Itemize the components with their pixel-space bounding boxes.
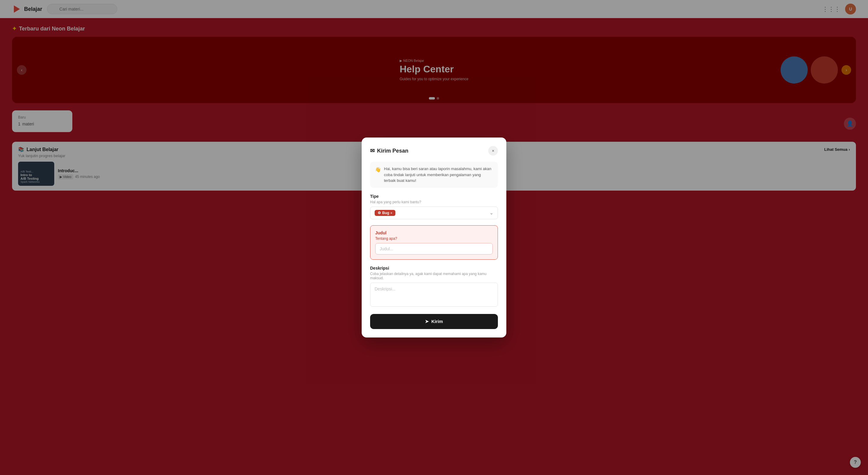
judul-field-group: Judul Tentang apa?	[370, 225, 498, 260]
dropdown-chevron-icon: ⌄	[490, 210, 493, 216]
modal-info-box: 👋 Hai, kamu bisa beri saran atau laporin…	[370, 162, 498, 188]
modal-header: ✉ Kirim Pesan ×	[370, 146, 498, 156]
info-wave-icon: 👋	[375, 166, 381, 173]
tipe-field-group: Tipe Hal apa yang perlu kami bantu? ⚙ Bu…	[370, 194, 498, 219]
bug-tag: ⚙ Bug ×	[375, 210, 396, 216]
deskripsi-textarea[interactable]	[370, 283, 498, 307]
tipe-sub: Hal apa yang perlu kami bantu?	[370, 200, 498, 204]
judul-label: Judul	[375, 230, 493, 235]
submit-button[interactable]: ➤ Kirim	[370, 314, 498, 329]
submit-icon: ➤	[425, 319, 429, 324]
modal: ✉ Kirim Pesan × 👋 Hai, kamu bisa beri sa…	[362, 138, 506, 337]
overlay[interactable]: ✉ Kirim Pesan × 👋 Hai, kamu bisa beri sa…	[0, 0, 868, 475]
deskripsi-label: Deskripsi	[370, 266, 498, 270]
modal-close-button[interactable]: ×	[488, 146, 498, 156]
submit-label: Kirim	[431, 319, 443, 324]
judul-sub: Tentang apa?	[375, 236, 493, 241]
modal-title: ✉ Kirim Pesan	[370, 147, 408, 154]
tipe-label: Tipe	[370, 194, 498, 199]
tipe-dropdown[interactable]: ⚙ Bug × ⌄	[370, 207, 498, 219]
modal-title-text: Kirim Pesan	[377, 148, 408, 154]
bug-remove-button[interactable]: ×	[390, 211, 392, 215]
judul-input[interactable]	[375, 243, 493, 255]
bug-label: Bug	[382, 211, 389, 215]
tipe-dropdown-left: ⚙ Bug ×	[375, 210, 396, 216]
deskripsi-sub: Coba jelaskan detailnya ya, agak kami da…	[370, 272, 498, 280]
modal-info-text: Hai, kamu bisa beri saran atau laporin m…	[384, 166, 493, 184]
bug-icon: ⚙	[378, 211, 381, 215]
modal-title-icon: ✉	[370, 147, 375, 154]
deskripsi-field-group: Deskripsi Coba jelaskan detailnya ya, ag…	[370, 266, 498, 308]
